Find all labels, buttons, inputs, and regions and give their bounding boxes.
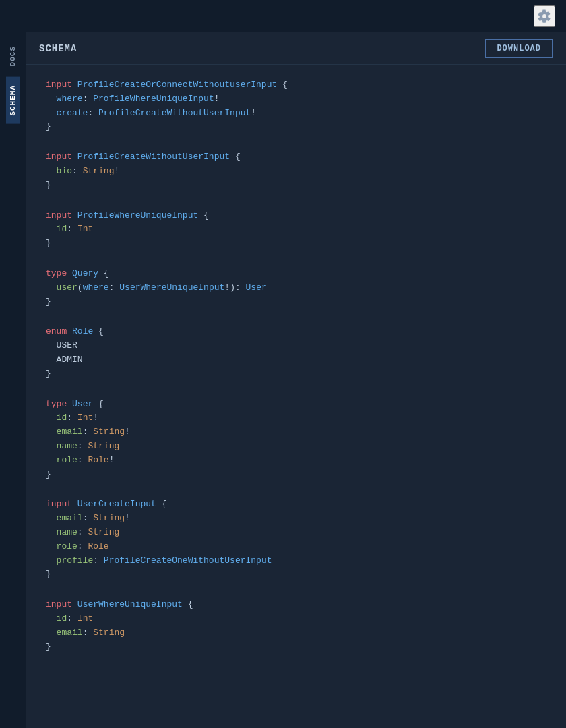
code-line: } — [46, 640, 553, 655]
code-line: } — [46, 237, 553, 251]
code-line: email: String! — [46, 512, 553, 526]
settings-button[interactable] — [534, 5, 555, 27]
code-line: create: ProfileCreateWithoutUserInput! — [46, 107, 553, 121]
code-area[interactable]: input ProfileCreateOrConnectWithoutuserI… — [26, 65, 566, 728]
code-line: input ProfileWhereUniqueInput { — [46, 209, 553, 223]
content-area: SCHEMA DOWNLOAD input ProfileCreateOrCon… — [26, 32, 566, 728]
code-line: email: String — [46, 626, 553, 640]
sidebar-item-docs[interactable]: DOCS — [6, 38, 20, 74]
code-line: id: Int — [46, 612, 553, 626]
schema-block-5: enum Role { USER ADMIN } — [46, 325, 553, 381]
gear-icon — [538, 9, 551, 23]
code-line: email: String! — [46, 425, 553, 439]
code-line: } — [46, 468, 553, 482]
code-line: id: Int — [46, 222, 553, 237]
code-line: input UserWhereUniqueInput { — [46, 598, 553, 612]
sidebar: DOCS SCHEMA — [0, 32, 26, 728]
code-line: bio: String! — [46, 164, 553, 179]
topbar — [0, 0, 566, 32]
schema-header: SCHEMA DOWNLOAD — [26, 32, 566, 65]
code-line: type Query { — [46, 267, 553, 281]
schema-title: SCHEMA — [39, 43, 77, 54]
schema-block-2: input ProfileCreateWithoutUserInput { bi… — [46, 150, 553, 192]
code-line: enum Role { — [46, 325, 553, 339]
sidebar-item-schema[interactable]: SCHEMA — [6, 77, 20, 124]
schema-block-1: input ProfileCreateOrConnectWithoutuserI… — [46, 78, 553, 134]
schema-block-6: type User { id: Int! email: String! name… — [46, 398, 553, 482]
schema-block-4: type Query { user(where: UserWhereUnique… — [46, 267, 553, 309]
code-line: } — [46, 367, 553, 382]
code-line: input ProfileCreateWithoutUserInput { — [46, 150, 553, 164]
code-line: name: String — [46, 526, 553, 540]
code-line: user(where: UserWhereUniqueInput!): User — [46, 281, 553, 295]
code-line: input ProfileCreateOrConnectWithoutuserI… — [46, 78, 553, 92]
code-line: } — [46, 568, 553, 582]
code-line: where: ProfileWhereUniqueInput! — [46, 92, 553, 107]
download-button[interactable]: DOWNLOAD — [485, 39, 553, 58]
code-line: input UserCreateInput { — [46, 497, 553, 512]
code-line: } — [46, 120, 553, 134]
code-line: ADMIN — [46, 353, 553, 367]
code-line: id: Int! — [46, 411, 553, 425]
code-line: } — [46, 179, 553, 193]
code-line: type User { — [46, 398, 553, 412]
code-line: profile: ProfileCreateOneWithoutUserInpu… — [46, 554, 553, 568]
schema-block-8: input UserWhereUniqueInput { id: Int ema… — [46, 598, 553, 654]
schema-block-3: input ProfileWhereUniqueInput { id: Int … — [46, 209, 553, 251]
main-layout: DOCS SCHEMA SCHEMA DOWNLOAD input Profil… — [0, 32, 566, 728]
code-line: role: Role — [46, 540, 553, 554]
code-line: } — [46, 295, 553, 309]
code-line: name: String — [46, 439, 553, 454]
code-line: role: Role! — [46, 454, 553, 468]
code-line: USER — [46, 339, 553, 353]
schema-block-7: input UserCreateInput { email: String! n… — [46, 497, 553, 582]
